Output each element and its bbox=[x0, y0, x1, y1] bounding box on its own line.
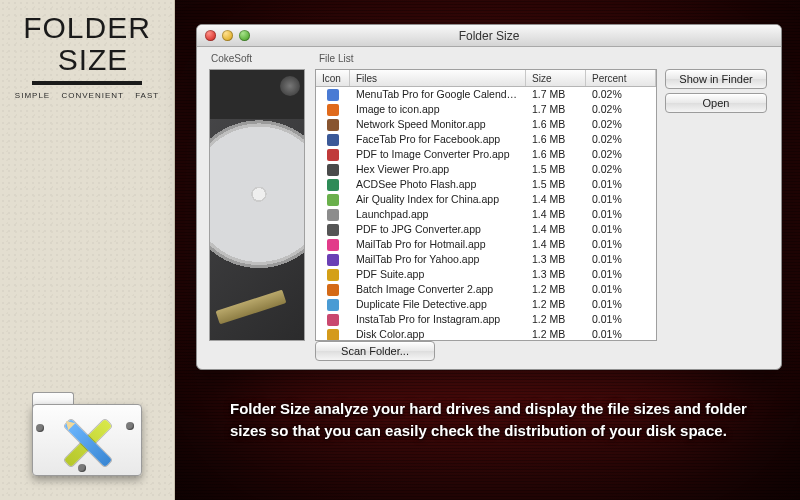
promo-sidebar: FOLDER SIZE Simple Convenient Fast bbox=[0, 0, 175, 500]
file-percent: 0.01% bbox=[586, 192, 656, 207]
table-row[interactable]: Image to icon.app1.7 MB0.02% bbox=[316, 102, 656, 117]
app-icon-cell bbox=[316, 147, 350, 162]
file-size: 1.2 MB bbox=[526, 327, 586, 340]
file-percent: 0.01% bbox=[586, 312, 656, 327]
zoom-icon[interactable] bbox=[239, 30, 250, 41]
table-row[interactable]: Duplicate File Detective.app1.2 MB0.01% bbox=[316, 297, 656, 312]
app-icon-swatch bbox=[327, 104, 339, 116]
file-size: 1.5 MB bbox=[526, 177, 586, 192]
promo-tagline: Simple Convenient Fast bbox=[0, 91, 174, 100]
file-name: PDF Suite.app bbox=[350, 267, 526, 282]
minimize-icon[interactable] bbox=[222, 30, 233, 41]
table-row[interactable]: Batch Image Converter 2.app1.2 MB0.01% bbox=[316, 282, 656, 297]
file-table[interactable]: Icon Files Size Percent MenuTab Pro for … bbox=[315, 69, 657, 341]
app-icon-swatch bbox=[327, 89, 339, 101]
col-files[interactable]: Files bbox=[350, 70, 526, 86]
app-icon-cell bbox=[316, 87, 350, 102]
table-body[interactable]: MenuTab Pro for Google Calendar.app1.7 M… bbox=[316, 87, 656, 340]
col-percent[interactable]: Percent bbox=[586, 70, 656, 86]
table-row[interactable]: Air Quality Index for China.app1.4 MB0.0… bbox=[316, 192, 656, 207]
app-icon-cell bbox=[316, 327, 350, 340]
file-percent: 0.01% bbox=[586, 297, 656, 312]
app-icon-swatch bbox=[327, 224, 339, 236]
table-header[interactable]: Icon Files Size Percent bbox=[316, 70, 656, 87]
table-row[interactable]: FaceTab Pro for Facebook.app1.6 MB0.02% bbox=[316, 132, 656, 147]
window-body: CokeSoft File List Icon Files Size Perce… bbox=[197, 47, 781, 369]
file-percent: 0.02% bbox=[586, 87, 656, 102]
file-percent: 0.01% bbox=[586, 252, 656, 267]
file-percent: 0.01% bbox=[586, 177, 656, 192]
file-percent: 0.01% bbox=[586, 267, 656, 282]
app-icon-swatch bbox=[327, 134, 339, 146]
close-icon[interactable] bbox=[205, 30, 216, 41]
file-percent: 0.02% bbox=[586, 132, 656, 147]
app-icon-swatch bbox=[327, 329, 339, 341]
table-row[interactable]: PDF to JPG Converter.app1.4 MB0.01% bbox=[316, 222, 656, 237]
table-row[interactable]: PDF Suite.app1.3 MB0.01% bbox=[316, 267, 656, 282]
open-button[interactable]: Open bbox=[665, 93, 767, 113]
table-row[interactable]: Network Speed Monitor.app1.6 MB0.02% bbox=[316, 117, 656, 132]
app-icon-swatch bbox=[327, 119, 339, 131]
show-in-finder-button[interactable]: Show in Finder bbox=[665, 69, 767, 89]
scan-folder-button[interactable]: Scan Folder... bbox=[315, 341, 435, 361]
file-size: 1.2 MB bbox=[526, 297, 586, 312]
table-row[interactable]: PDF to Image Converter Pro.app1.6 MB0.02… bbox=[316, 147, 656, 162]
file-name: MenuTab Pro for Google Calendar.app bbox=[350, 87, 526, 102]
app-icon-cell bbox=[316, 177, 350, 192]
file-percent: 0.01% bbox=[586, 327, 656, 340]
file-size: 1.4 MB bbox=[526, 237, 586, 252]
file-name: PDF to JPG Converter.app bbox=[350, 222, 526, 237]
app-icon-swatch bbox=[327, 239, 339, 251]
file-name: Network Speed Monitor.app bbox=[350, 117, 526, 132]
promo-title-underline bbox=[32, 81, 142, 85]
app-icon-cell bbox=[316, 282, 350, 297]
file-percent: 0.01% bbox=[586, 222, 656, 237]
app-icon-swatch bbox=[327, 299, 339, 311]
file-size: 1.3 MB bbox=[526, 267, 586, 282]
file-name: Batch Image Converter 2.app bbox=[350, 282, 526, 297]
file-name: PDF to Image Converter Pro.app bbox=[350, 147, 526, 162]
file-percent: 0.02% bbox=[586, 102, 656, 117]
table-row[interactable]: Launchpad.app1.4 MB0.01% bbox=[316, 207, 656, 222]
table-row[interactable]: Hex Viewer Pro.app1.5 MB0.02% bbox=[316, 162, 656, 177]
file-size: 1.3 MB bbox=[526, 252, 586, 267]
app-icon-swatch bbox=[327, 254, 339, 266]
promo-title: FOLDER SIZE bbox=[0, 12, 174, 75]
file-size: 1.4 MB bbox=[526, 207, 586, 222]
titlebar[interactable]: Folder Size bbox=[197, 25, 781, 47]
app-icon-swatch bbox=[327, 179, 339, 191]
promo-tag-simple: Simple bbox=[15, 91, 50, 100]
file-name: Disk Color.app bbox=[350, 327, 526, 340]
file-size: 1.6 MB bbox=[526, 147, 586, 162]
file-size: 1.6 MB bbox=[526, 117, 586, 132]
table-row[interactable]: MailTab Pro for Hotmail.app1.4 MB0.01% bbox=[316, 237, 656, 252]
app-icon-cell bbox=[316, 312, 350, 327]
file-name: Air Quality Index for China.app bbox=[350, 192, 526, 207]
file-percent: 0.02% bbox=[586, 162, 656, 177]
col-size[interactable]: Size bbox=[526, 70, 586, 86]
file-size: 1.7 MB bbox=[526, 102, 586, 117]
app-icon-cell bbox=[316, 162, 350, 177]
table-row[interactable]: Disk Color.app1.2 MB0.01% bbox=[316, 327, 656, 340]
file-percent: 0.01% bbox=[586, 207, 656, 222]
file-name: InstaTab Pro for Instagram.app bbox=[350, 312, 526, 327]
sidebar-group-label: CokeSoft bbox=[211, 53, 252, 64]
app-icon-cell bbox=[316, 132, 350, 147]
file-percent: 0.01% bbox=[586, 282, 656, 297]
table-row[interactable]: InstaTab Pro for Instagram.app1.2 MB0.01… bbox=[316, 312, 656, 327]
promo-tag-fast: Fast bbox=[135, 91, 159, 100]
file-size: 1.2 MB bbox=[526, 282, 586, 297]
promo-title-line2: SIZE bbox=[12, 44, 174, 76]
table-row[interactable]: MailTab Pro for Yahoo.app1.3 MB0.01% bbox=[316, 252, 656, 267]
table-row[interactable]: MenuTab Pro for Google Calendar.app1.7 M… bbox=[316, 87, 656, 102]
file-name: MailTab Pro for Yahoo.app bbox=[350, 252, 526, 267]
app-icon-cell bbox=[316, 117, 350, 132]
col-icon[interactable]: Icon bbox=[316, 70, 350, 86]
window-title: Folder Size bbox=[459, 29, 520, 43]
file-name: Duplicate File Detective.app bbox=[350, 297, 526, 312]
app-icon-cell bbox=[316, 222, 350, 237]
app-icon-swatch bbox=[327, 284, 339, 296]
promo-title-line1: FOLDER bbox=[0, 12, 174, 44]
app-icon-swatch bbox=[327, 314, 339, 326]
table-row[interactable]: ACDSee Photo Flash.app1.5 MB0.01% bbox=[316, 177, 656, 192]
